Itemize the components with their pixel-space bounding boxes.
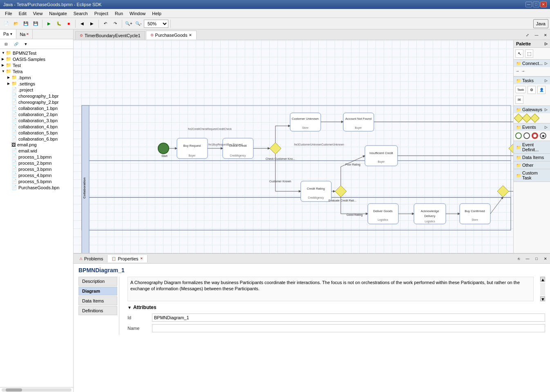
tree-item-13[interactable]: 📄collaboration_5.bpn [1, 130, 72, 136]
tree-item-2[interactable]: ▶📁Test [1, 62, 72, 68]
service-task-tool[interactable]: ⚙ [528, 86, 536, 94]
tab-purchase-close-icon[interactable]: ✕ [189, 33, 192, 37]
save-all-button[interactable]: 💾 [31, 19, 40, 28]
stop-button[interactable]: ■ [64, 19, 73, 28]
palette-section-event-defs-header[interactable]: 📁 Event Definit... [514, 141, 550, 153]
link-editor-button[interactable]: 🔗 [11, 40, 20, 49]
tree-item-10[interactable]: 📄collaboration_2.bpn [1, 111, 72, 117]
perspective-button[interactable]: Java [533, 19, 548, 28]
definitions-section-btn[interactable]: Definitions [78, 306, 117, 315]
maximize-button[interactable]: □ [533, 2, 539, 7]
problems-tab[interactable]: ⚠ Problems [75, 255, 107, 262]
description-section-btn[interactable]: Description [78, 277, 117, 286]
close-button[interactable]: ✕ [540, 2, 547, 7]
palette-section-tasks-header[interactable]: 📁 Tasks ▷ [514, 77, 550, 84]
bottom-max-button[interactable]: □ [532, 254, 541, 263]
left-scrollbar[interactable] [0, 387, 73, 392]
marquee-tool[interactable]: ⬚ [525, 49, 533, 58]
minimize-button[interactable]: — [525, 2, 532, 7]
palette-section-data-items-header[interactable]: 📁 Data Items [514, 154, 550, 161]
editor-close-button[interactable]: ✕ [541, 31, 550, 40]
palette-collapse-icon[interactable]: ▷ [545, 42, 548, 46]
menu-view[interactable]: View [30, 10, 46, 17]
menu-file[interactable]: File [2, 10, 16, 17]
tree-item-7[interactable]: 📄choreography_1.bpr [1, 93, 72, 99]
zoom-combo[interactable]: 50% 75% 100% [144, 20, 168, 28]
properties-tab[interactable]: 📋 Properties ✕ [107, 255, 147, 262]
package-explorer-tab[interactable]: Pa ▼ [0, 29, 16, 39]
palette-section-connect-header[interactable]: 📁 Connect... ▷ [514, 60, 550, 67]
boundary-event-tool[interactable]: ◉ [540, 132, 546, 139]
diagram-canvas[interactable]: Buyer Store CreditAgency Collaboration S… [74, 40, 513, 253]
tab-purchase-goods[interactable]: ⚙ PurchaseGoods ✕ [146, 31, 197, 40]
user-task-tool[interactable]: 👤 [537, 86, 546, 94]
save-button[interactable]: 💾 [21, 19, 30, 28]
palette-section-events-header[interactable]: 📁 Events ▷ [514, 123, 550, 131]
view-menu-button[interactable]: ▼ [21, 40, 30, 49]
scroll-thumb[interactable] [6, 388, 22, 392]
tree-item-14[interactable]: 📄collaboration_6.bpn [1, 136, 72, 142]
tab-timer-boundary[interactable]: ⚙ TimerBoundaryEventCycle1 [75, 31, 145, 40]
menu-navigate[interactable]: Navigate [46, 10, 70, 17]
run-button[interactable]: ▶ [45, 19, 54, 28]
bottom-export-button[interactable]: ⎋ [514, 254, 523, 263]
end-event-tool[interactable] [532, 132, 538, 139]
tree-item-19[interactable]: 📄process_3.bpmn [1, 166, 72, 172]
navigator-close-icon[interactable]: ✕ [26, 32, 29, 36]
new-button[interactable]: 📄 [2, 19, 11, 28]
editor-min-button[interactable]: — [532, 31, 541, 40]
properties-close-icon[interactable]: ✕ [140, 257, 143, 260]
tree-item-17[interactable]: 📄process_1.bpmn [1, 154, 72, 160]
tree-item-22[interactable]: 📄PurchaseGoods.bpn [1, 184, 72, 190]
bottom-min-button[interactable]: — [523, 254, 532, 263]
id-input[interactable] [152, 314, 545, 322]
bottom-close-button[interactable]: ✕ [541, 254, 550, 263]
tree-item-1[interactable]: ▶📁OASIS-Samples [1, 56, 72, 62]
editor-maximize-button[interactable]: ⤢ [523, 31, 532, 40]
intermediate-event-tool[interactable] [523, 132, 530, 139]
tree-item-8[interactable]: 📄choreography_2.bpr [1, 99, 72, 105]
debug-button[interactable]: 🐛 [54, 19, 63, 28]
menu-search[interactable]: Search [70, 10, 91, 17]
palette-section-custom-task-header[interactable]: 📁 Custom Task [514, 169, 550, 181]
menu-project[interactable]: Project [91, 10, 112, 17]
select-tool[interactable]: ↖ [515, 49, 523, 58]
inclusive-gateway-tool[interactable] [530, 114, 540, 123]
desc-scroll-up[interactable]: ▲ [540, 277, 545, 282]
tree-item-3[interactable]: ▼📁Tetra [1, 68, 72, 74]
tree-item-16[interactable]: 📄email.wid [1, 148, 72, 154]
tree-item-15[interactable]: 🖼email.png [1, 142, 72, 148]
tree-item-5[interactable]: ▶📁.settings [1, 81, 72, 87]
tree-item-4[interactable]: ▶📁.bpmn [1, 74, 72, 81]
menu-help[interactable]: Help [149, 10, 165, 17]
start-event-tool[interactable] [515, 132, 522, 139]
palette-section-gateways-header[interactable]: 📁 Gateways ▷ [514, 106, 550, 113]
back-button[interactable]: ◀ [78, 19, 87, 28]
open-button[interactable]: 📂 [11, 19, 20, 28]
tree-item-20[interactable]: 📄process_4.bpmn [1, 172, 72, 178]
tree-item-11[interactable]: 📄collaboration_3.bpn [1, 117, 72, 123]
data-items-section-btn[interactable]: Data Items [78, 296, 117, 305]
menu-window[interactable]: Window [126, 10, 149, 17]
tree-item-21[interactable]: 📄process_5.bpmn [1, 178, 72, 184]
name-input[interactable] [152, 324, 545, 332]
tree-item-0[interactable]: ▼📁BPMN2Test [1, 50, 72, 56]
menu-run[interactable]: Run [112, 10, 126, 17]
undo-button[interactable]: ↶ [101, 19, 110, 28]
palette-section-other-header[interactable]: 📁 Other [514, 161, 550, 169]
attributes-expand-icon[interactable]: ▼ [127, 305, 132, 310]
navigator-tab[interactable]: Na ✕ [16, 29, 33, 39]
zoom-out-button[interactable]: 🔍- [134, 19, 143, 28]
redo-button[interactable]: ↷ [111, 19, 120, 28]
collapse-all-button[interactable]: ⊟ [2, 40, 11, 49]
zoom-in-button[interactable]: 🔍+ [124, 19, 133, 28]
tree-item-12[interactable]: 📄collaboration_4.bpn [1, 123, 72, 130]
desc-scroll-down[interactable]: ▼ [540, 296, 545, 301]
tree-item-9[interactable]: 📄collaboration_1.bpn [1, 105, 72, 111]
menu-edit[interactable]: Edit [16, 10, 30, 17]
send-task-tool[interactable]: ✉ [515, 96, 523, 104]
tree-item-18[interactable]: 📄process_2.bpmn [1, 160, 72, 166]
tree-item-6[interactable]: 📄.project [1, 87, 72, 93]
forward-button[interactable]: ▶ [87, 19, 96, 28]
diagram-section-btn[interactable]: Diagram [78, 287, 117, 296]
